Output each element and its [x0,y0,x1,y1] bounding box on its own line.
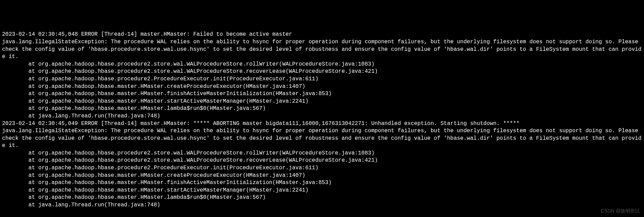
log-line: at org.apache.hadoop.hbase.procedure2.st… [2,68,642,76]
log-line: at org.apache.hadoop.hbase.master.HMaste… [2,98,642,105]
log-line: at java.lang.Thread.run(Thread.java:748) [2,113,642,120]
terminal-output[interactable]: 2023-02-14 02:30:45,048 ERROR [Thread-14… [2,31,642,209]
log-line: java.lang.IllegalStateException: The pro… [2,127,642,150]
log-line: at org.apache.hadoop.hbase.procedure2.Pr… [2,164,642,172]
log-line: at org.apache.hadoop.hbase.procedure2.st… [2,150,642,157]
log-line: at org.apache.hadoop.hbase.master.HMaste… [2,172,642,180]
log-line: at org.apache.hadoop.hbase.procedure2.st… [2,157,642,164]
log-line: 2023-02-14 02:30:45,049 ERROR [Thread-14… [2,120,642,128]
log-line: at org.apache.hadoop.hbase.master.HMaste… [2,194,642,202]
watermark-text: CSDN @故明所以 [601,208,640,214]
log-line: java.lang.IllegalStateException: The pro… [2,38,642,61]
log-line: at org.apache.hadoop.hbase.master.HMaste… [2,187,642,194]
log-line: at org.apache.hadoop.hbase.master.HMaste… [2,83,642,91]
log-line: at org.apache.hadoop.hbase.procedure2.Pr… [2,76,642,83]
log-line: at org.apache.hadoop.hbase.master.HMaste… [2,105,642,113]
log-line: at org.apache.hadoop.hbase.master.HMaste… [2,179,642,187]
log-line: at org.apache.hadoop.hbase.procedure2.st… [2,61,642,68]
log-line: at java.lang.Thread.run(Thread.java:748) [2,202,642,209]
log-line: 2023-02-14 02:30:45,048 ERROR [Thread-14… [2,31,642,38]
log-line: at org.apache.hadoop.hbase.master.HMaste… [2,90,642,98]
